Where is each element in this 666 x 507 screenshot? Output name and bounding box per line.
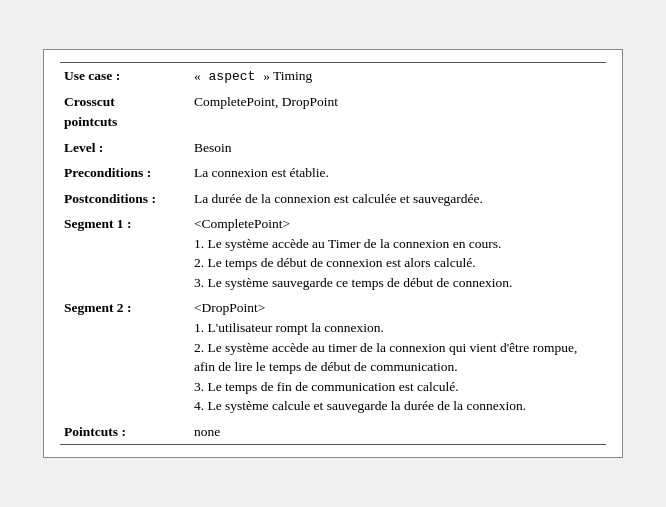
table-row: Level : Besoin: [60, 135, 606, 161]
table-row: Use case : « aspect » Timing: [60, 62, 606, 89]
value-segment1: <CompletePoint> 1. Le système accède au …: [190, 211, 606, 295]
table-row: Preconditions : La connexion est établie…: [60, 160, 606, 186]
value-use-case: « aspect » Timing: [190, 62, 606, 89]
guillemet-close: »: [263, 68, 270, 83]
table-row: Postconditions : La durée de la connexio…: [60, 186, 606, 212]
value-pointcuts: none: [190, 419, 606, 445]
table-row: Segment 2 : <DropPoint> 1. L'utilisateur…: [60, 295, 606, 418]
label-pointcuts: Pointcuts :: [60, 419, 190, 445]
timing-text: Timing: [270, 68, 312, 83]
table-row: Segment 1 : <CompletePoint> 1. Le systèm…: [60, 211, 606, 295]
table-row: Crosscutpointcuts CompletePoint, DropPoi…: [60, 89, 606, 134]
value-crosscut: CompletePoint, DropPoint: [190, 89, 606, 134]
value-segment2: <DropPoint> 1. L'utilisateur rompt la co…: [190, 295, 606, 418]
value-level: Besoin: [190, 135, 606, 161]
table-row: Pointcuts : none: [60, 419, 606, 445]
aspect-code: aspect: [201, 69, 263, 84]
label-segment2: Segment 2 :: [60, 295, 190, 418]
page-container: Use case : « aspect » Timing Crosscutpoi…: [43, 49, 623, 459]
label-use-case: Use case :: [60, 62, 190, 89]
label-crosscut: Crosscutpointcuts: [60, 89, 190, 134]
label-postconditions: Postconditions :: [60, 186, 190, 212]
value-preconditions: La connexion est établie.: [190, 160, 606, 186]
main-table: Use case : « aspect » Timing Crosscutpoi…: [60, 62, 606, 446]
value-postconditions: La durée de la connexion est calculée et…: [190, 186, 606, 212]
label-preconditions: Preconditions :: [60, 160, 190, 186]
label-segment1: Segment 1 :: [60, 211, 190, 295]
guillemet-open: «: [194, 68, 201, 83]
label-level: Level :: [60, 135, 190, 161]
